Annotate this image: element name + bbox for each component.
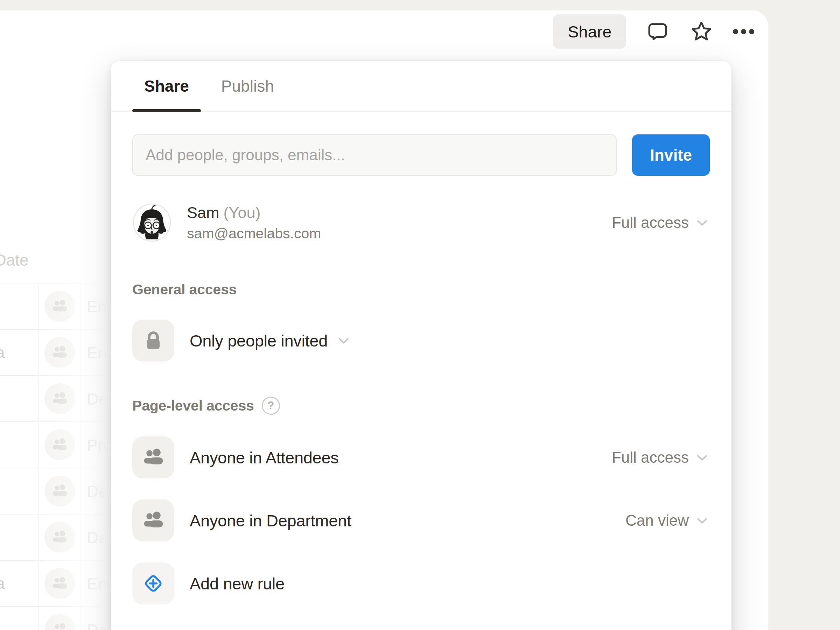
dialog-content: Invite <box>111 134 731 605</box>
owner-you-suffix: (You) <box>224 204 261 221</box>
rule-row-attendees: Anyone in Attendees Full access <box>132 436 710 478</box>
rule-access-dropdown[interactable]: Can view <box>625 512 710 529</box>
general-access-row: Only people invited <box>132 319 710 362</box>
general-access-value: Only people invited <box>190 331 328 351</box>
people-icon <box>44 476 75 507</box>
owner-email: sam@acmelabs.com <box>187 226 321 242</box>
add-people-input[interactable] <box>132 134 617 176</box>
owner-name: Sam(You) <box>187 204 321 222</box>
screen: { "toolbar": { "share_label": "Share", "… <box>0 0 840 630</box>
help-icon[interactable]: ? <box>262 396 280 415</box>
people-icon <box>44 522 75 553</box>
comment-icon[interactable] <box>646 19 670 44</box>
rule-label: Anyone in Attendees <box>190 448 338 467</box>
avatar <box>132 203 172 242</box>
add-rule-diamond-plus-icon <box>132 562 174 605</box>
ellipsis-icon[interactable] <box>733 29 754 34</box>
people-icon <box>44 291 75 322</box>
chevron-down-icon <box>336 333 351 348</box>
people-icon <box>44 429 75 460</box>
rule-label: Anyone in Department <box>190 511 351 530</box>
rule-access-dropdown[interactable]: Full access <box>612 449 710 466</box>
share-dialog: Share Publish Invite <box>111 61 731 630</box>
people-icon <box>44 383 75 414</box>
tab-share[interactable]: Share <box>132 61 201 111</box>
share-button-label: Share <box>568 22 611 41</box>
dialog-tabs: Share Publish <box>111 61 731 112</box>
people-icon <box>44 337 75 368</box>
owner-access-dropdown[interactable]: Full access <box>612 214 710 231</box>
add-rule-label: Add new rule <box>190 574 284 593</box>
chevron-down-icon <box>695 215 710 230</box>
page-toolbar: Share <box>553 13 754 50</box>
column-header-label: Date <box>0 250 28 270</box>
people-icon <box>44 614 75 630</box>
add-new-rule-row[interactable]: Add new rule <box>132 562 710 605</box>
rule-row-department: Anyone in Department Can view <box>132 499 710 542</box>
people-icon <box>132 436 174 478</box>
invite-button[interactable]: Invite <box>632 134 710 176</box>
star-icon[interactable] <box>689 19 714 44</box>
people-icon <box>132 499 174 542</box>
invite-row: Invite <box>132 134 710 176</box>
page-level-access-title: Page-level access ? <box>132 396 710 415</box>
general-access-dropdown[interactable] <box>336 333 351 348</box>
share-button[interactable]: Share <box>553 14 626 49</box>
chevron-down-icon <box>695 513 710 528</box>
tab-publish[interactable]: Publish <box>209 61 286 111</box>
people-icon <box>44 568 75 599</box>
owner-row: Sam(You) sam@acmelabs.com Full access <box>132 203 710 242</box>
lock-icon <box>132 319 174 362</box>
general-access-title: General access <box>132 281 710 298</box>
chevron-down-icon <box>695 450 710 465</box>
